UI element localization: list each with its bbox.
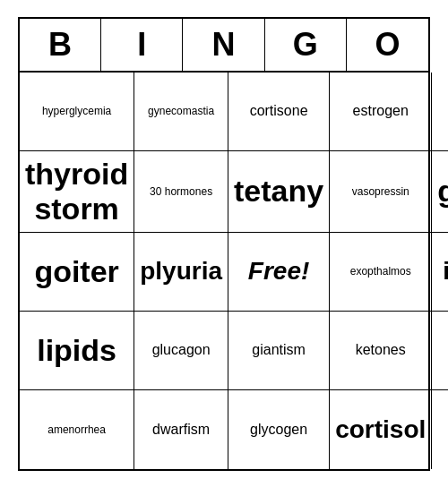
bingo-cell: amenorrhea <box>20 390 134 469</box>
header-letter: O <box>347 19 428 71</box>
header-letter: G <box>265 19 347 71</box>
bingo-cell: tetany <box>228 151 330 233</box>
cell-text: gonad <box>437 174 448 209</box>
cell-text: tetany <box>234 174 323 209</box>
cell-text: estrogen <box>353 103 409 119</box>
cell-text: lipids <box>37 333 116 368</box>
bingo-cell: goiter <box>20 233 134 312</box>
bingo-cell: lipids <box>20 312 134 390</box>
bingo-cell: giantism <box>228 312 330 390</box>
bingo-cell: dwarfism <box>134 390 228 469</box>
cell-text: Free! <box>248 257 309 286</box>
bingo-grid: hyperglycemiagynecomastiacortisoneestrog… <box>20 73 428 469</box>
bingo-cell: gynecomastia <box>134 73 228 151</box>
cell-text: insulin <box>443 257 448 286</box>
bingo-header: BINGO <box>20 19 428 73</box>
bingo-cell: gonad <box>432 151 448 233</box>
cell-text: glucagon <box>152 342 211 358</box>
bingo-cell: myxedema <box>432 312 448 390</box>
bingo-cell: glycogen <box>228 390 330 469</box>
bingo-cell: vasopressin <box>330 151 432 233</box>
bingo-cell: hyperglycemia <box>20 73 134 151</box>
cell-text: cortisol <box>335 415 426 444</box>
cell-text: cortisone <box>250 103 308 119</box>
cell-text: amenorrhea <box>47 423 106 436</box>
bingo-cell: thyroid storm <box>20 151 134 233</box>
cell-text: glycogen <box>250 422 307 438</box>
cell-text: thyroid storm <box>25 157 128 226</box>
header-letter: I <box>101 19 183 71</box>
cell-text: plyuria <box>140 257 222 286</box>
bingo-cell: Free! <box>228 233 330 312</box>
cell-text: 30 hormones <box>150 185 212 198</box>
bingo-cell: adenoma <box>432 390 448 469</box>
cell-text: dwarfism <box>152 422 210 438</box>
bingo-cell: plyuria <box>134 233 228 312</box>
bingo-cell: ketones <box>330 312 432 390</box>
cell-text: exopthalmos <box>350 265 411 278</box>
cell-text: gynecomastia <box>148 105 214 117</box>
bingo-cell: exopthalmos <box>330 233 432 312</box>
bingo-cell: 30 hormones <box>134 151 228 233</box>
header-letter: N <box>183 19 264 71</box>
cell-text: vasopressin <box>352 185 409 198</box>
bingo-cell: cortisol <box>330 390 432 469</box>
cell-text: hyperglycemia <box>42 105 111 117</box>
bingo-cell: glucagon <box>134 312 228 390</box>
cell-text: giantism <box>252 342 306 358</box>
bingo-card: BINGO hyperglycemiagynecomastiacortisone… <box>18 17 430 471</box>
bingo-cell: cortisone <box>228 73 330 151</box>
bingo-cell: insulin <box>432 233 448 312</box>
cell-text: ketones <box>356 342 406 358</box>
bingo-cell: diabetic retinopathy <box>432 73 448 151</box>
header-letter: B <box>20 19 101 71</box>
cell-text: diabetic retinopathy <box>437 98 448 124</box>
cell-text: goiter <box>34 254 118 289</box>
bingo-cell: estrogen <box>330 73 432 151</box>
